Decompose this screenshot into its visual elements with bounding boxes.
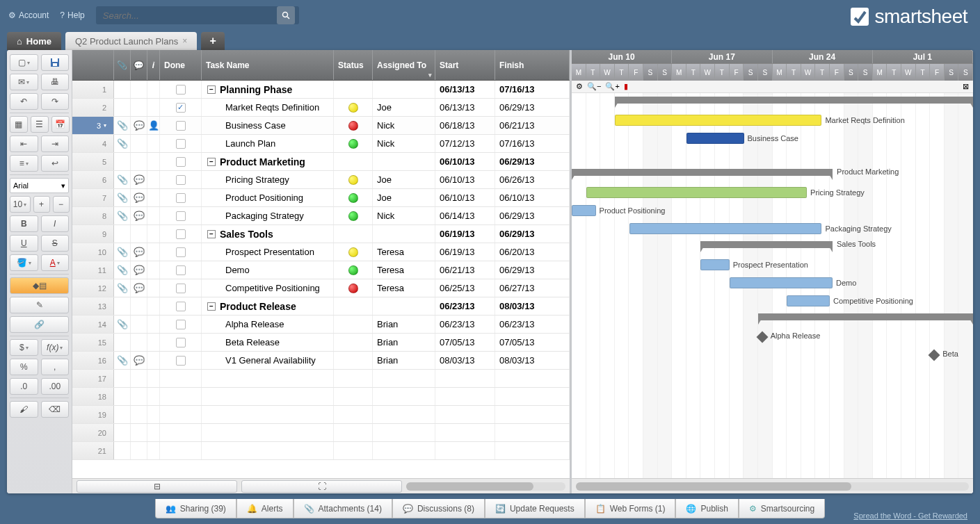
- table-row[interactable]: 1−Planning Phase06/13/1307/16/13: [72, 81, 570, 99]
- day-header[interactable]: W: [700, 64, 715, 81]
- assigned-cell[interactable]: [373, 81, 435, 98]
- gantt-summary-bar[interactable]: Sales Tools: [700, 241, 833, 248]
- checkbox[interactable]: [176, 229, 186, 239]
- start-cell[interactable]: 06/25/13: [435, 279, 495, 297]
- status-cell[interactable]: [334, 81, 373, 98]
- assigned-cell[interactable]: Teresa: [373, 261, 435, 279]
- assigned-cell[interactable]: Brian: [373, 334, 435, 351]
- day-header[interactable]: F: [930, 64, 945, 81]
- done-cell[interactable]: [160, 334, 202, 351]
- task-cell[interactable]: Prospect Presentation: [202, 243, 334, 261]
- sheet-tab[interactable]: Q2 Product Launch Plans ×: [65, 32, 197, 50]
- currency-button[interactable]: $▾: [10, 339, 38, 356]
- gantt-close-icon[interactable]: ⊠: [963, 82, 969, 91]
- task-cell[interactable]: −Sales Tools: [202, 225, 334, 243]
- row-discussion[interactable]: 💬: [131, 352, 147, 369]
- table-row[interactable]: 12📎💬Competitive PositioningTeresa06/25/1…: [72, 279, 570, 297]
- task-cell[interactable]: Market Reqts Definition: [202, 99, 334, 116]
- row-discussion[interactable]: 💬: [131, 261, 147, 279]
- add-tab-button[interactable]: +: [201, 32, 225, 50]
- row-reminder[interactable]: [147, 316, 160, 333]
- done-cell[interactable]: [160, 352, 202, 369]
- smartsourcing-tab[interactable]: ⚙Smartsourcing: [739, 499, 825, 518]
- highlight-button[interactable]: ✎: [10, 297, 69, 313]
- status-cell[interactable]: [334, 279, 373, 297]
- day-header[interactable]: W: [901, 64, 916, 81]
- row-reminder[interactable]: 👤: [147, 117, 160, 134]
- row-reminder[interactable]: [147, 207, 160, 224]
- italic-button[interactable]: I: [41, 215, 70, 232]
- start-cell[interactable]: 07/05/13: [435, 334, 495, 351]
- table-row-empty[interactable]: 19: [72, 406, 570, 424]
- row-attachment[interactable]: 📎: [114, 207, 131, 224]
- day-header[interactable]: S: [858, 64, 873, 81]
- search-button[interactable]: [277, 6, 295, 24]
- table-row-empty[interactable]: 18: [72, 388, 570, 406]
- font-size-select[interactable]: 10▾: [10, 196, 31, 213]
- reminder-header[interactable]: i: [147, 50, 160, 80]
- bold-button[interactable]: B: [10, 215, 38, 232]
- help-link[interactable]: ? Help: [60, 10, 84, 20]
- table-row[interactable]: 13−Product Release06/23/1308/03/13: [72, 297, 570, 316]
- assigned-cell[interactable]: Teresa: [373, 243, 435, 261]
- gantt-bar[interactable]: Packaging Strategy: [629, 223, 822, 234]
- collapse-toggle[interactable]: −: [207, 302, 216, 311]
- row-number[interactable]: 19: [72, 406, 114, 423]
- table-row[interactable]: 3▾📎💬👤Business CaseNick06/18/1306/21/13: [72, 117, 570, 135]
- indent-button[interactable]: ⇥: [41, 136, 70, 152]
- status-header[interactable]: Status: [334, 50, 373, 80]
- done-cell[interactable]: [160, 153, 202, 170]
- table-row-empty[interactable]: 21: [72, 442, 570, 460]
- day-header[interactable]: S: [945, 64, 959, 81]
- assigned-cell[interactable]: Joe: [373, 171, 435, 188]
- assigned-cell[interactable]: Brian: [373, 352, 435, 369]
- row-reminder[interactable]: [147, 243, 160, 261]
- checkbox[interactable]: [176, 302, 186, 311]
- decrease-decimal-button[interactable]: .0: [10, 378, 38, 395]
- format-painter-button[interactable]: 🖌: [10, 401, 38, 418]
- row-discussion[interactable]: [131, 316, 147, 333]
- home-tab[interactable]: ⌂ Home: [7, 32, 61, 50]
- assigned-cell[interactable]: Nick: [373, 135, 435, 152]
- row-number[interactable]: 15: [72, 334, 114, 351]
- done-cell[interactable]: [160, 207, 202, 224]
- checkbox[interactable]: ✓: [176, 103, 186, 113]
- status-cell[interactable]: [334, 334, 373, 351]
- status-cell[interactable]: [334, 117, 373, 134]
- start-header[interactable]: Start: [435, 50, 495, 80]
- attachments-tab[interactable]: 📎Attachments (14): [294, 499, 392, 518]
- finish-cell[interactable]: 07/16/13: [495, 81, 570, 98]
- redo-button[interactable]: ↷: [41, 93, 70, 110]
- row-reminder[interactable]: [147, 225, 160, 243]
- finish-cell[interactable]: 06/20/13: [495, 243, 570, 261]
- row-reminder[interactable]: [147, 171, 160, 188]
- table-row[interactable]: 10📎💬Prospect PresentationTeresa06/19/130…: [72, 243, 570, 261]
- finish-cell[interactable]: 08/03/13: [495, 352, 570, 369]
- web-forms-tab[interactable]: 📋Web Forms (1): [585, 499, 676, 518]
- row-number[interactable]: 12: [72, 279, 114, 297]
- assigned-cell[interactable]: [373, 297, 435, 315]
- status-cell[interactable]: [334, 261, 373, 279]
- status-cell[interactable]: [334, 297, 373, 315]
- row-discussion[interactable]: 💬: [131, 207, 147, 224]
- account-link[interactable]: ⚙ Account: [8, 10, 49, 20]
- row-attachment[interactable]: [114, 297, 131, 315]
- row-attachment[interactable]: 📎: [114, 279, 131, 297]
- font-increase-button[interactable]: +: [33, 196, 50, 213]
- gantt-bar[interactable]: Demo: [730, 277, 833, 288]
- gantt-bar[interactable]: Prospect Presentation: [700, 259, 730, 270]
- day-header[interactable]: M: [572, 64, 586, 81]
- done-cell[interactable]: [160, 297, 202, 315]
- strike-button[interactable]: S: [41, 235, 70, 252]
- finish-cell[interactable]: 06/27/13: [495, 279, 570, 297]
- row-number[interactable]: 11: [72, 261, 114, 279]
- week-header[interactable]: Jun 17: [672, 50, 772, 63]
- collapse-toggle[interactable]: −: [207, 85, 216, 94]
- day-header[interactable]: S: [643, 64, 658, 81]
- checkbox[interactable]: [176, 211, 186, 221]
- checkbox[interactable]: [176, 193, 186, 203]
- row-reminder[interactable]: [147, 352, 160, 369]
- text-color-button[interactable]: A▾: [41, 254, 70, 271]
- row-discussion[interactable]: [131, 225, 147, 243]
- finish-header[interactable]: Finish: [495, 50, 570, 80]
